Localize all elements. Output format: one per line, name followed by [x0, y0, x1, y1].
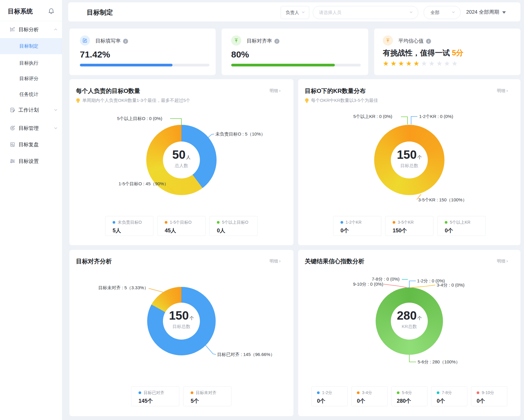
sidebar-item-label: 目标设置 [18, 158, 39, 165]
owner-filter-value: 负责人 [281, 10, 299, 15]
legend-item: 9-10分 0个 [471, 386, 507, 406]
legend-label: 9-10分 [482, 390, 494, 395]
donut-center-caption: 总人数 [146, 163, 217, 169]
detail-link[interactable]: 明细 › [497, 88, 508, 94]
donut-center-caption: KR总数 [376, 324, 443, 329]
legend-value: 280个 [397, 397, 427, 405]
sidebar-item-goal-review[interactable]: 目标复盘 [0, 138, 62, 151]
chevron-down-icon [451, 10, 455, 14]
star-icon: ★ [398, 60, 406, 67]
callout-label: 未负责目标O : 5（10%） [215, 131, 265, 137]
sidebar-item-analysis[interactable]: 目标分析 [0, 23, 62, 36]
callout-label: 1-2个KR : 0 (0%) [419, 114, 453, 119]
legend-item: 5个以上KR 0个 [437, 216, 486, 236]
legend-item: 1-5个目标O 45人 [157, 216, 206, 236]
legend-value: 150个 [393, 227, 433, 234]
edit-icon [80, 35, 90, 46]
period-selector[interactable]: 2024 全部周期 [466, 9, 506, 15]
kpi-value: 71.42% [80, 49, 110, 60]
page-title: 目标制定 [87, 8, 113, 17]
scope-filter-select[interactable]: 全部 [424, 6, 461, 19]
kpi-card-fill-rate: 目标填写率i 71.42% [69, 29, 216, 75]
confidence-text: 有挑战性，值得一试 5分 [383, 48, 464, 58]
period-value: 2024 全部周期 [466, 9, 499, 15]
caret-down-icon [502, 11, 506, 14]
sidebar-item-label: 任务统计 [19, 91, 38, 98]
legend-dot [393, 221, 395, 224]
info-icon[interactable]: i [274, 39, 279, 44]
owner-filter-select[interactable]: 负责人 [281, 6, 309, 19]
document-edit-icon [10, 107, 15, 113]
kpi-value: 80% [231, 49, 249, 60]
sidebar-item-label: 目标复盘 [18, 141, 39, 148]
legend-label: 7-8分 [442, 390, 452, 395]
chart-title: 关键结果信心指数分析 [305, 257, 364, 265]
donut-chart: 280个 KR总数 [376, 287, 443, 355]
arrow-up-icon [383, 35, 393, 46]
sidebar-item-goal-settings[interactable]: 目标设置 [0, 154, 62, 168]
legend-value: 0个 [357, 397, 387, 405]
sidebar-item-label: 工作计划 [18, 107, 39, 113]
sliders-icon [10, 158, 15, 164]
star-icon: ★ [436, 60, 444, 67]
legend-item: 3-5个KR 150个 [385, 216, 433, 236]
callout-label: 7-8分 : 0 (0%) [372, 276, 399, 282]
bulb-icon [305, 98, 309, 103]
progress-track [80, 64, 209, 66]
arrow-up-icon [231, 35, 241, 46]
sidebar-header: 目标系统 [0, 0, 62, 21]
legend-value: 5人 [113, 227, 153, 234]
person-select-placeholder: 请选择人员 [313, 10, 341, 15]
sidebar-item-goal-scoring[interactable]: 目标评分 [0, 71, 62, 86]
detail-link[interactable]: 明细 › [270, 259, 281, 264]
info-icon[interactable]: i [123, 39, 128, 44]
chart-title: 每个人负责的目标O数量 [76, 87, 140, 95]
person-select[interactable]: 请选择人员 [313, 6, 418, 19]
chevron-down-icon [301, 10, 305, 14]
donut-chart: 150个 目标总数 [147, 287, 216, 355]
sidebar-item-goal-execution[interactable]: 目标执行 [0, 55, 62, 71]
sidebar-item-task-stats[interactable]: 任务统计 [0, 87, 62, 102]
legend-label: 3-5个KR [398, 220, 414, 225]
chevron-down-icon [409, 10, 413, 14]
notification-bell-icon[interactable] [48, 7, 55, 14]
legend-item: 未负责目标O 5人 [105, 216, 153, 236]
legend-label: 1-2分 [322, 390, 332, 395]
star-icon: ★ [452, 60, 459, 67]
donut-center-value: 150个 [147, 309, 216, 322]
legend-value: 0个 [477, 397, 507, 405]
legend-label: 5个以上目标O [222, 220, 248, 225]
kpi-card-align-rate: 目标对齐率i 80% [222, 29, 368, 75]
legend-label: 目标未对齐 [196, 390, 217, 395]
detail-link[interactable]: 明细 › [497, 259, 508, 264]
donut-center-value: 50人 [146, 148, 217, 161]
legend-dot [113, 221, 115, 224]
star-icon: ★ [406, 60, 413, 67]
legend-label: 3-4分 [362, 390, 372, 395]
chevron-down-icon [54, 108, 58, 112]
progress-fill [231, 64, 335, 66]
legend-dot [397, 391, 399, 394]
chart-title: 目标对齐分析 [76, 257, 112, 265]
legend-value: 0个 [317, 397, 347, 405]
star-icon: ★ [429, 60, 436, 67]
legend-dot [340, 221, 343, 224]
sidebar-item-label: 目标制定 [19, 43, 38, 49]
callout-label: 9-10分 : 0 (0%) [353, 281, 383, 287]
info-icon[interactable]: i [426, 39, 431, 44]
callout-label: 5个以上目标O : 0 (0%) [117, 116, 162, 122]
sidebar-item-work-plan[interactable]: 工作计划 [0, 103, 62, 117]
sidebar-item-label: 目标执行 [19, 60, 38, 66]
legend-item: 5个以上目标O 0人 [209, 216, 258, 236]
donut-center-value: 280个 [376, 309, 443, 322]
legend-dot [165, 221, 167, 224]
target-icon [10, 125, 15, 131]
sidebar-item-goal-setting[interactable]: 目标制定 [0, 38, 62, 54]
sidebar-item-goal-manage[interactable]: 目标管理 [0, 121, 62, 135]
sidebar-item-label: 目标管理 [18, 125, 39, 132]
chart-title: 目标O下的KR数量分布 [305, 87, 366, 95]
page-header: 目标制定 负责人 请选择人员 全部 2024 全部周期 [68, 2, 520, 21]
chevron-down-icon [54, 126, 58, 130]
detail-link[interactable]: 明细 › [270, 88, 281, 94]
donut-center-caption: 目标总数 [147, 324, 216, 329]
